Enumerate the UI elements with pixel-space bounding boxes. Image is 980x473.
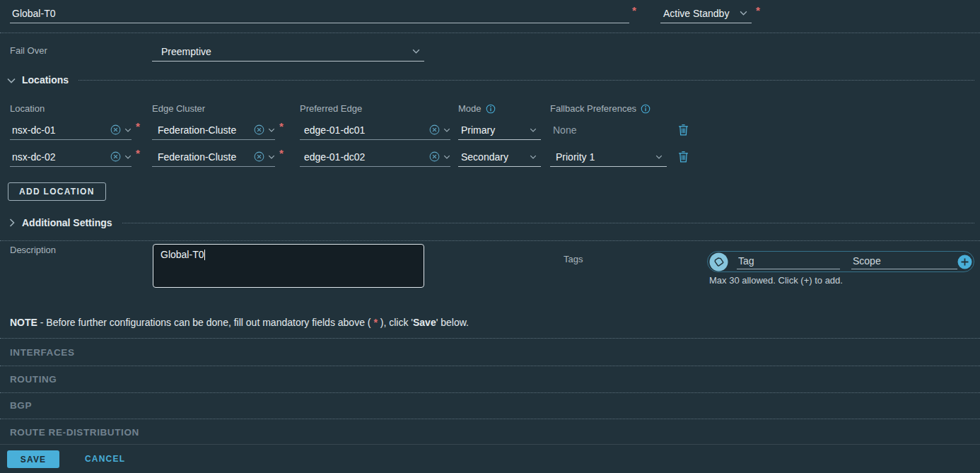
clear-icon[interactable] xyxy=(429,124,440,135)
divider xyxy=(0,419,980,419)
tags-helper-text: Max 30 allowed. Click (+) to add. xyxy=(709,275,843,286)
required-marker: * xyxy=(136,148,140,158)
ha-mode-value: Active Standby xyxy=(660,8,729,19)
text-caret xyxy=(204,250,205,260)
ha-mode-select[interactable]: Active Standby xyxy=(660,4,752,23)
chevron-down-icon xyxy=(268,128,275,132)
additional-settings-title: Additional Settings xyxy=(22,217,112,228)
mode-value: Secondary xyxy=(458,151,508,163)
tags-input-group xyxy=(707,251,974,272)
preferred-edge-value: edge-01-dc02 xyxy=(300,151,426,163)
section-interfaces: INTERFACES xyxy=(10,347,75,358)
chevron-down-icon xyxy=(740,11,747,16)
section-bgp: BGP xyxy=(10,400,32,411)
fail-over-value: Preemptive xyxy=(152,46,211,57)
fallback-preference-value: Priority 1 xyxy=(550,151,595,163)
location-value: nsx-dc-02 xyxy=(10,151,107,163)
add-location-button[interactable]: ADD LOCATION xyxy=(8,182,106,201)
info-icon[interactable] xyxy=(641,104,651,114)
description-textarea[interactable]: Global-T0 xyxy=(153,244,424,288)
additional-settings-section-header[interactable]: Additional Settings xyxy=(7,216,974,229)
gateway-name-field[interactable]: Global-T0 xyxy=(10,4,629,23)
chevron-down-icon xyxy=(530,128,537,132)
required-marker: * xyxy=(632,5,636,16)
description-value: Global-T0 xyxy=(161,249,204,260)
divider xyxy=(0,338,980,339)
mode-value: Primary xyxy=(458,124,495,136)
clear-icon[interactable] xyxy=(110,151,121,162)
edge-cluster-value: Federation-Cluste xyxy=(152,124,250,136)
section-route-redistribution: ROUTE RE-DISTRIBUTION xyxy=(10,427,139,438)
divider xyxy=(122,223,974,223)
clear-icon[interactable] xyxy=(429,151,440,162)
required-marker: * xyxy=(756,5,760,16)
chevron-down-icon xyxy=(443,155,450,159)
locations-section-header[interactable]: Locations xyxy=(7,74,974,86)
chevron-down-icon xyxy=(124,155,132,159)
chevron-down-icon xyxy=(412,49,420,54)
divider xyxy=(0,33,980,33)
preferred-edge-combobox-row2[interactable]: edge-01-dc02 xyxy=(300,147,450,167)
chevron-down-icon xyxy=(124,128,132,132)
required-marker: * xyxy=(279,148,284,158)
chevron-down-icon xyxy=(7,74,16,86)
chevron-down-icon xyxy=(443,128,450,132)
edge-cluster-combobox-row2[interactable]: Federation-Cluste xyxy=(152,147,275,167)
location-combobox-row1[interactable]: nsx-dc-01 xyxy=(10,120,132,140)
info-icon[interactable] xyxy=(486,104,496,114)
gateway-name-value: Global-T0 xyxy=(10,8,629,19)
clear-icon[interactable] xyxy=(110,124,121,135)
delete-location-button-row1[interactable] xyxy=(675,122,691,137)
fail-over-label: Fail Over xyxy=(10,45,47,56)
mode-select-row2[interactable]: Secondary xyxy=(458,147,541,167)
column-header-preferred-edge: Preferred Edge xyxy=(300,103,362,114)
description-label: Description xyxy=(10,245,56,255)
location-combobox-row2[interactable]: nsx-dc-02 xyxy=(10,147,132,167)
location-value: nsx-dc-01 xyxy=(10,124,107,136)
divider xyxy=(0,392,980,393)
chevron-down-icon xyxy=(530,155,537,159)
add-tag-button[interactable] xyxy=(957,255,972,269)
fallback-preference-select-row2[interactable]: Priority 1 xyxy=(550,147,667,167)
save-button[interactable]: SAVE xyxy=(7,450,59,468)
divider xyxy=(78,80,974,81)
column-header-fallback-preferences: Fallback Preferences xyxy=(550,103,651,114)
t0-gateway-form: Global-T0 * Active Standby * Fail Over P… xyxy=(0,0,980,473)
chevron-down-icon xyxy=(655,155,663,159)
tag-input[interactable] xyxy=(737,254,840,269)
divider xyxy=(0,444,980,445)
edge-cluster-combobox-row1[interactable]: Federation-Cluste xyxy=(152,120,275,140)
column-header-edge-cluster: Edge Cluster xyxy=(152,103,205,114)
chevron-down-icon xyxy=(268,155,275,159)
clear-icon[interactable] xyxy=(254,124,264,135)
tag-icon xyxy=(709,252,728,271)
chevron-right-icon xyxy=(5,218,18,227)
preferred-edge-value: edge-01-dc01 xyxy=(300,124,426,136)
preferred-edge-combobox-row1[interactable]: edge-01-dc01 xyxy=(300,120,450,140)
locations-section-title: Locations xyxy=(22,74,69,86)
mode-select-row1[interactable]: Primary xyxy=(458,120,541,140)
required-marker: * xyxy=(279,121,284,132)
clear-icon[interactable] xyxy=(254,151,264,162)
divider xyxy=(0,240,980,241)
divider xyxy=(0,366,980,366)
tags-label: Tags xyxy=(564,254,583,264)
mandatory-fields-note: NOTE - Before further configurations can… xyxy=(10,317,469,328)
scope-input[interactable] xyxy=(851,254,957,269)
column-header-location: Location xyxy=(10,103,45,114)
column-header-mode: Mode xyxy=(458,103,496,114)
section-routing: ROUTING xyxy=(10,374,57,385)
required-marker: * xyxy=(136,121,140,132)
fail-over-select[interactable]: Preemptive xyxy=(152,42,424,62)
edge-cluster-value: Federation-Cluste xyxy=(152,151,250,163)
delete-location-button-row2[interactable] xyxy=(675,148,691,164)
fallback-preference-value-row1: None xyxy=(553,124,576,136)
cancel-button[interactable]: CANCEL xyxy=(81,453,129,465)
